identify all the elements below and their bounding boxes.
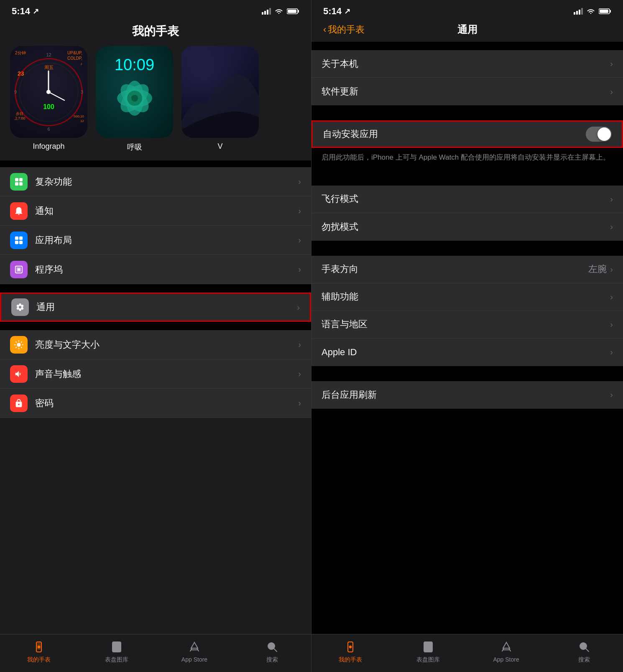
svg-rect-40 <box>574 12 575 15</box>
complications-chevron: › <box>298 177 301 186</box>
right-panel: 5:14 ↗ ‹ 我的手表 <box>312 0 623 672</box>
right-my-watch-tab-icon <box>343 639 358 654</box>
dnd-chevron: › <box>610 222 613 232</box>
svg-rect-23 <box>19 236 23 239</box>
auto-install-section: 自动安装应用 <box>312 120 623 148</box>
watch-face-other[interactable]: V <box>181 46 259 152</box>
right-tab-search[interactable]: 搜索 <box>545 639 623 664</box>
left-status-bar: 5:14 ↗ <box>0 0 311 20</box>
watch-face-breathing-label: 呼吸 <box>127 142 142 152</box>
menu-item-sound[interactable]: 声音与触感 › <box>0 359 311 389</box>
svg-line-10 <box>49 92 64 100</box>
settings-item-wrist[interactable]: 手表方向 左腕 › <box>312 256 623 283</box>
complications-label: 复杂功能 <box>35 176 298 188</box>
right-signal-icon <box>574 8 583 15</box>
settings-item-airplane[interactable]: 飞行模式 › <box>312 186 623 213</box>
left-tab-search-label: 搜索 <box>266 656 278 664</box>
menu-item-general[interactable]: 通用 › <box>0 293 311 322</box>
settings-item-apple-id[interactable]: Apple ID › <box>312 339 623 366</box>
right-tab-my-watch[interactable]: 我的手表 <box>312 639 389 664</box>
left-status-icons <box>262 8 299 15</box>
settings-section-1: 关于本机 › 软件更新 › <box>312 50 623 105</box>
right-tab-watch-faces[interactable]: 表盘图库 <box>389 639 467 664</box>
watch-faces-row: 2分钟 UP&UP, COLDP, ♪ 周五 23 <box>0 46 311 160</box>
left-tab-my-watch[interactable]: 我的手表 <box>0 639 78 664</box>
right-status-time: 5:14 ↗ <box>323 6 350 17</box>
right-battery-icon <box>599 8 611 15</box>
menu-item-notifications[interactable]: 通知 › <box>0 196 311 226</box>
signal-icon <box>262 8 271 15</box>
right-tab-app-store-label: App Store <box>493 656 519 663</box>
wrist-value: 左腕 <box>588 263 607 275</box>
about-chevron: › <box>610 59 613 69</box>
apple-id-chevron: › <box>610 347 613 357</box>
apple-id-label: Apple ID <box>322 347 610 358</box>
right-wifi-icon <box>586 8 595 15</box>
menu-item-complications[interactable]: 复杂功能 › <box>0 167 311 196</box>
general-label: 通用 <box>36 301 297 313</box>
settings-item-about[interactable]: 关于本机 › <box>312 50 623 78</box>
accessibility-label: 辅助功能 <box>322 290 610 303</box>
watch-face-infograph-label: Infograph <box>33 142 64 151</box>
settings-item-language[interactable]: 语言与地区 › <box>312 311 623 339</box>
settings-gap-4 <box>312 366 623 381</box>
menu-section-general: 通用 › <box>0 293 311 322</box>
svg-rect-19 <box>19 178 23 181</box>
location-icon: ↗ <box>33 7 39 16</box>
menu-item-brightness[interactable]: 亮度与文字大小 › <box>0 330 311 359</box>
menu-item-app-layout[interactable]: 应用布局 › <box>0 226 311 255</box>
auto-install-toggle[interactable] <box>586 127 612 142</box>
settings-item-accessibility[interactable]: 辅助功能 › <box>312 283 623 311</box>
right-location-icon: ↗ <box>344 7 350 16</box>
passcode-label: 密码 <box>35 397 298 410</box>
settings-gap-3 <box>312 241 623 256</box>
svg-rect-22 <box>15 236 18 239</box>
toggle-knob <box>597 127 611 141</box>
svg-rect-28 <box>18 268 20 271</box>
wrist-chevron: › <box>610 265 613 274</box>
software-update-label: 软件更新 <box>322 85 610 98</box>
settings-item-software-update[interactable]: 软件更新 › <box>312 78 623 105</box>
app-layout-chevron: › <box>298 235 301 245</box>
svg-rect-24 <box>15 240 18 244</box>
svg-rect-3 <box>269 8 271 15</box>
svg-rect-2 <box>267 10 268 15</box>
settings-gap-bottom <box>312 409 623 434</box>
brightness-icon <box>10 336 28 354</box>
left-tab-search[interactable]: 搜索 <box>233 639 311 664</box>
watch-face-breathing[interactable]: 10:09 呼吸 <box>96 46 173 152</box>
svg-rect-43 <box>581 8 583 15</box>
svg-point-32 <box>38 646 40 648</box>
back-button[interactable]: ‹ 我的手表 <box>323 23 365 36</box>
svg-point-17 <box>131 95 138 102</box>
right-app-store-tab-icon <box>499 639 514 654</box>
sound-icon <box>10 365 28 383</box>
svg-line-55 <box>586 649 589 652</box>
menu-item-dock[interactable]: 程序坞 › <box>0 255 311 284</box>
left-tab-watch-faces[interactable]: 表盘图库 <box>78 639 156 664</box>
svg-rect-25 <box>19 240 23 244</box>
software-update-chevron: › <box>610 87 613 97</box>
notifications-icon <box>10 202 28 220</box>
left-tab-bar: 我的手表 表盘图库 App St <box>0 634 311 672</box>
right-status-icons <box>574 8 611 15</box>
svg-point-48 <box>349 646 352 648</box>
sound-chevron: › <box>298 369 301 379</box>
left-panel: 5:14 ↗ 我的手表 <box>0 0 312 672</box>
settings-item-bg-refresh[interactable]: 后台应用刷新 › <box>312 381 623 409</box>
left-tab-app-store[interactable]: App Store <box>156 639 233 664</box>
passcode-icon <box>10 395 28 412</box>
watch-face-infograph[interactable]: 2分钟 UP&UP, COLDP, ♪ 周五 23 <box>10 46 87 152</box>
language-chevron: › <box>610 320 613 329</box>
general-icon <box>11 298 29 316</box>
svg-rect-21 <box>19 182 23 186</box>
menu-item-passcode[interactable]: 密码 › <box>0 389 311 418</box>
accessibility-chevron: › <box>610 292 613 302</box>
settings-section-4: 后台应用刷新 › <box>312 381 623 409</box>
settings-item-dnd[interactable]: 勿扰模式 › <box>312 213 623 241</box>
search-tab-icon <box>265 639 280 654</box>
left-page-title: 我的手表 <box>0 23 311 39</box>
right-tab-app-store[interactable]: App Store <box>467 639 545 664</box>
left-tab-app-store-label: App Store <box>181 656 207 663</box>
back-chevron: ‹ <box>323 24 326 35</box>
